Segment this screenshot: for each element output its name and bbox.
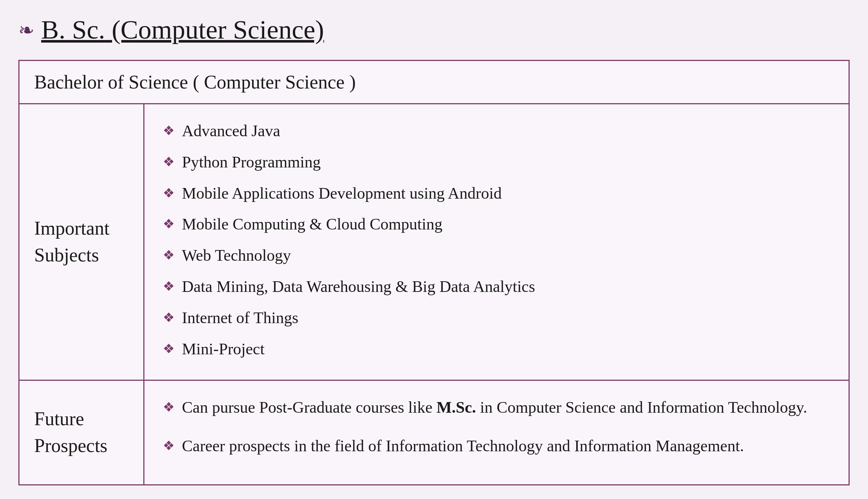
prospects-label-line2: Prospects: [34, 435, 107, 456]
list-item: ❖ Mini-Project: [163, 336, 830, 363]
bullet-icon: ❖: [163, 307, 175, 329]
list-item: ❖ Mobile Computing & Cloud Computing: [163, 211, 830, 238]
subjects-label-line2: Subjects: [34, 245, 99, 265]
list-item: ❖ Python Programming: [163, 149, 830, 176]
list-item-text: Mini-Project: [182, 336, 265, 363]
list-item-text: Python Programming: [182, 149, 321, 176]
list-item: ❖ Career prospects in the field of Infor…: [163, 433, 830, 460]
bullet-icon: ❖: [163, 182, 175, 205]
prospects-row: Future Prospects ❖ Can pursue Post-Gradu…: [19, 380, 849, 485]
list-item: ❖ Can pursue Post-Graduate courses like …: [163, 394, 830, 422]
bullet-icon: ❖: [163, 275, 175, 298]
bullet-icon: ❖: [163, 213, 175, 235]
subjects-label-line1: Important: [34, 218, 110, 239]
bullet-icon: ❖: [163, 396, 175, 419]
table-header-cell: Bachelor of Science ( Computer Science ): [19, 61, 849, 104]
bullet-icon: ❖: [163, 435, 175, 457]
prospects-label-line1: Future: [34, 408, 84, 429]
list-item-text: Can pursue Post-Graduate courses like M.…: [182, 394, 830, 422]
list-item-text: Mobile Applications Development using An…: [182, 180, 502, 207]
prospect-text-suffix: in Computer Science and Information Tech…: [476, 398, 807, 416]
subjects-list: ❖ Advanced Java ❖ Python Programming ❖ M…: [163, 117, 830, 363]
prospect-text-prefix: Can pursue Post-Graduate courses like: [182, 398, 437, 416]
list-item: ❖ Data Mining, Data Warehousing & Big Da…: [163, 273, 830, 301]
list-item-text: Data Mining, Data Warehousing & Big Data…: [182, 273, 535, 301]
subjects-content: ❖ Advanced Java ❖ Python Programming ❖ M…: [144, 104, 849, 380]
list-item-text: Mobile Computing & Cloud Computing: [182, 211, 442, 238]
prospects-content: ❖ Can pursue Post-Graduate courses like …: [144, 380, 849, 485]
list-item-text: Web Technology: [182, 242, 291, 270]
bullet-icon: ❖: [163, 244, 175, 267]
list-item-text: Advanced Java: [182, 117, 280, 145]
list-item: ❖ Mobile Applications Development using …: [163, 180, 830, 207]
table-header-row: Bachelor of Science ( Computer Science ): [19, 61, 849, 104]
list-item: ❖ Internet of Things: [163, 304, 830, 332]
list-item-text: Internet of Things: [182, 304, 298, 332]
bullet-icon: ❖: [163, 120, 175, 142]
bullet-icon: ❖: [163, 151, 175, 173]
prospects-list: ❖ Can pursue Post-Graduate courses like …: [163, 394, 830, 460]
page-header: ❧ B. Sc. (Computer Science): [18, 15, 850, 45]
subjects-label: Important Subjects: [19, 104, 144, 380]
list-item: ❖ Web Technology: [163, 242, 830, 270]
list-item-text: Career prospects in the field of Informa…: [182, 433, 830, 460]
list-item: ❖ Advanced Java: [163, 117, 830, 145]
bullet-icon: ❖: [163, 338, 175, 360]
header-icon: ❧: [18, 19, 35, 41]
prospects-label: Future Prospects: [19, 380, 144, 485]
subjects-row: Important Subjects ❖ Advanced Java ❖ Pyt…: [19, 104, 849, 380]
prospect-text-bold: M.Sc.: [437, 398, 476, 416]
page-title: B. Sc. (Computer Science): [41, 15, 324, 45]
main-table: Bachelor of Science ( Computer Science )…: [18, 60, 850, 485]
